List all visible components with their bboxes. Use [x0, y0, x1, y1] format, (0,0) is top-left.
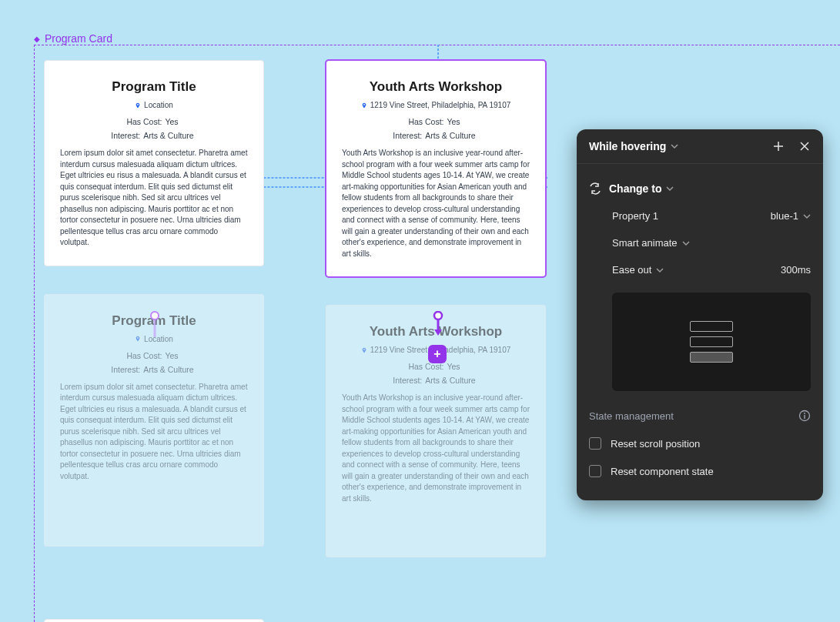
- card-column: ASPIRA Hostos Afterschool 6301 North 2nd…: [44, 619, 264, 622]
- action-dropdown[interactable]: Change to: [609, 182, 674, 195]
- trigger-dropdown[interactable]: While hovering: [589, 140, 678, 152]
- card-title: Youth Arts Workshop: [342, 79, 530, 95]
- prototype-connector-icon[interactable]: [148, 311, 162, 337]
- panel-header: While hovering: [577, 129, 823, 164]
- property-row: Property 1 blue-1: [589, 202, 811, 229]
- swap-icon: [589, 182, 601, 195]
- checkbox-icon: [589, 437, 601, 450]
- program-card[interactable]: Program Title Location Has Cost:Yes Inte…: [44, 60, 264, 266]
- chevron-down-icon: [666, 185, 674, 192]
- program-card[interactable]: ASPIRA Hostos Afterschool 6301 North 2nd…: [44, 619, 264, 622]
- location-pin-icon: [135, 102, 141, 109]
- has-cost-row: Has Cost:Yes: [60, 351, 248, 360]
- animation-row: Smart animate: [589, 229, 811, 256]
- preview-stack-icon: [690, 321, 733, 363]
- chevron-down-icon: [671, 142, 678, 150]
- state-management-section: State management: [589, 405, 811, 430]
- property-label: Property 1: [612, 210, 658, 222]
- card-title: Program Title: [60, 79, 248, 95]
- card-body: Lorem ipsum dolor sit amet consectetur. …: [60, 148, 248, 249]
- interest-row: Interest:Arts & Culture: [60, 365, 248, 374]
- close-icon: [798, 140, 811, 152]
- chevron-down-icon: [656, 266, 664, 274]
- property-value-dropdown[interactable]: blue-1: [771, 210, 811, 222]
- property-value: blue-1: [771, 210, 798, 222]
- checkbox-icon: [589, 465, 601, 477]
- easing-row: Ease out 300ms: [589, 256, 811, 283]
- animation-label: Smart animate: [612, 237, 678, 249]
- program-card-hover[interactable]: Youth Arts Workshop 1219 Vine Street, Ph…: [326, 305, 546, 557]
- location-pin-icon: [361, 346, 367, 354]
- plus-icon: +: [433, 347, 440, 361]
- panel-header-actions: [772, 140, 811, 152]
- component-label-text: Program Card: [45, 32, 112, 45]
- prototype-connector-icon[interactable]: [431, 311, 445, 337]
- animation-preview: [612, 293, 811, 391]
- plus-icon: [772, 140, 785, 152]
- card-location: Location: [60, 101, 248, 109]
- location-pin-icon: [135, 335, 141, 343]
- trigger-label: While hovering: [589, 140, 666, 152]
- svg-point-2: [434, 312, 442, 319]
- reset-component-label: Reset component state: [611, 466, 714, 477]
- location-text: 1219 Vine Street, Philadelphia, PA 19107: [370, 101, 511, 109]
- card-column: Program Title Location Has Cost:Yes Inte…: [44, 60, 264, 557]
- has-cost-row: Has Cost:Yes: [60, 117, 248, 126]
- interest-row: Interest:Arts & Culture: [342, 131, 530, 140]
- svg-rect-6: [804, 415, 805, 419]
- action-label: Change to: [609, 182, 661, 195]
- interaction-panel: While hovering Change to Property 1 blue…: [577, 129, 823, 500]
- easing-label: Ease out: [612, 264, 651, 276]
- state-mgmt-label: State management: [589, 410, 674, 422]
- svg-point-5: [804, 413, 805, 414]
- add-variant-button[interactable]: +: [428, 345, 447, 363]
- add-interaction-button[interactable]: [772, 140, 785, 152]
- reset-scroll-label: Reset scroll position: [611, 438, 700, 450]
- location-text: Location: [144, 101, 173, 109]
- interest-row: Interest:Arts & Culture: [60, 131, 248, 140]
- component-frame-label[interactable]: Program Card: [34, 32, 112, 45]
- svg-point-0: [151, 312, 159, 319]
- program-card-selected[interactable]: Youth Arts Workshop 1219 Vine Street, Ph…: [326, 60, 546, 277]
- reset-component-checkbox[interactable]: Reset component state: [589, 457, 811, 485]
- chevron-down-icon: [682, 239, 690, 247]
- easing-dropdown[interactable]: Ease out: [612, 264, 664, 276]
- has-cost-row: Has Cost:Yes: [342, 117, 530, 126]
- card-body: Youth Arts Workshop is an inclusive year…: [342, 393, 530, 504]
- card-column: Youth Arts Workshop 1219 Vine Street, Ph…: [326, 60, 546, 557]
- card-location: 1219 Vine Street, Philadelphia, PA 19107: [342, 101, 530, 109]
- reset-scroll-checkbox[interactable]: Reset scroll position: [589, 430, 811, 457]
- panel-body: Change to Property 1 blue-1 Smart animat…: [577, 164, 823, 500]
- animation-dropdown[interactable]: Smart animate: [612, 237, 690, 249]
- duration-input[interactable]: 300ms: [781, 264, 811, 276]
- card-body: Youth Arts Workshop is an inclusive year…: [342, 148, 530, 259]
- interest-row: Interest:Arts & Culture: [342, 376, 530, 385]
- close-panel-button[interactable]: [798, 140, 811, 152]
- card-body: Lorem ipsum dolor sit amet consectetur. …: [60, 382, 248, 483]
- chevron-down-icon: [803, 212, 811, 220]
- info-icon[interactable]: [798, 410, 811, 422]
- location-pin-icon: [361, 102, 367, 109]
- action-row: Change to: [589, 175, 811, 202]
